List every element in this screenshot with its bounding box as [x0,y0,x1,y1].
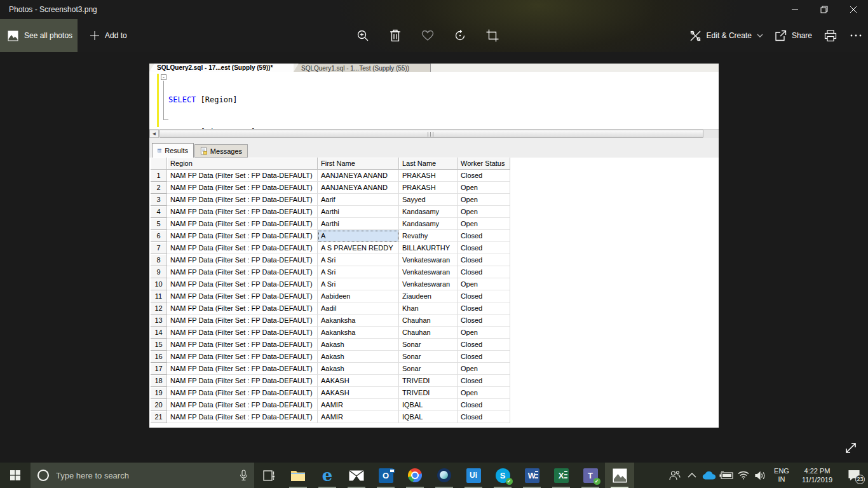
grid-cell-first-name[interactable]: Aakash [318,339,399,351]
row-number-cell[interactable]: 16 [151,351,167,363]
row-number-cell[interactable]: 1 [151,170,167,182]
grid-cell-region[interactable]: NAM FP Data (Filter Set : FP Data-DEFAUL… [167,302,318,315]
grid-cell-worker-status[interactable]: Closed [458,230,510,242]
column-header-worker-status[interactable]: Worker Status [458,158,510,170]
grid-cell-region[interactable]: NAM FP Data (Filter Set : FP Data-DEFAUL… [167,170,318,182]
grid-cell-region[interactable]: NAM FP Data (Filter Set : FP Data-DEFAUL… [167,182,318,194]
grid-cell-worker-status[interactable]: Closed [458,242,510,254]
grid-cell-first-name[interactable]: AANJANEYA ANAND [318,170,399,182]
volume-button[interactable] [752,463,769,488]
action-center-button[interactable]: 23 [840,463,868,488]
grid-cell-region[interactable]: NAM FP Data (Filter Set : FP Data-DEFAUL… [167,194,318,206]
taskbar-app-skype[interactable]: S ✓ [488,463,517,488]
sql-tab-inactive[interactable]: SQLQuery1.sql - 1...Test (Supply (55)) [294,64,431,72]
row-number-cell[interactable]: 10 [151,278,167,290]
scrollbar-thumb[interactable] [159,130,703,138]
see-all-photos-button[interactable]: See all photos [0,19,78,52]
grid-cell-first-name[interactable]: AAMIR [318,399,399,411]
grid-cell-region[interactable]: NAM FP Data (Filter Set : FP Data-DEFAUL… [167,315,318,327]
row-number-cell[interactable]: 3 [151,194,167,206]
scrollbar-left-arrow[interactable]: ◄ [149,130,159,138]
editor-horizontal-scrollbar[interactable]: ◄ [149,129,719,138]
grid-cell-last-name[interactable]: Kandasamy [399,206,458,218]
row-number-cell[interactable]: 21 [151,411,167,423]
favorite-button[interactable] [421,29,435,43]
grid-cell-region[interactable]: NAM FP Data (Filter Set : FP Data-DEFAUL… [167,399,318,411]
clock[interactable]: 4:22 PM 11/1/2019 [794,466,840,484]
row-number-cell[interactable]: 6 [151,230,167,242]
grid-cell-last-name[interactable]: IQBAL [399,411,458,423]
taskbar-app-chrome[interactable] [400,463,430,488]
sql-editor[interactable]: - SELECT [Region] ,[First Name] ,[Last N… [149,72,719,129]
rotate-button[interactable] [453,29,467,43]
hidden-icons-button[interactable] [683,463,700,488]
grid-cell-first-name[interactable]: AANJANEYA ANAND [318,182,399,194]
grid-cell-last-name[interactable]: Venkateswaran [399,266,458,278]
row-number-cell[interactable]: 11 [151,290,167,302]
delete-button[interactable] [388,29,402,43]
grid-cell-last-name[interactable]: PRAKASH [399,182,458,194]
grid-cell-worker-status[interactable]: Open [458,387,510,399]
grid-cell-first-name[interactable]: A S PRAVEEN REDDY [318,242,399,254]
column-header-first-name[interactable]: First Name [318,158,399,170]
row-number-cell[interactable]: 20 [151,399,167,411]
column-header-last-name[interactable]: Last Name [399,158,458,170]
grid-cell-worker-status[interactable]: Closed [458,302,510,315]
grid-cell-worker-status[interactable]: Closed [458,375,510,387]
grid-cell-worker-status[interactable]: Closed [458,290,510,302]
grid-cell-worker-status[interactable]: Open [458,194,510,206]
grid-cell-first-name[interactable]: Aakanksha [318,315,399,327]
taskbar-app-edge[interactable]: e [313,463,342,488]
row-number-cell[interactable]: 4 [151,206,167,218]
grid-cell-last-name[interactable]: Venkateswaran [399,254,458,266]
search-input[interactable] [56,471,233,480]
grid-cell-region[interactable]: NAM FP Data (Filter Set : FP Data-DEFAUL… [167,290,318,302]
grid-cell-region[interactable]: NAM FP Data (Filter Set : FP Data-DEFAUL… [167,375,318,387]
grid-cell-last-name[interactable]: Ziaudeen [399,290,458,302]
row-number-cell[interactable]: 2 [151,182,167,194]
row-number-cell[interactable]: 5 [151,218,167,230]
grid-cell-last-name[interactable]: TRIVEDI [399,387,458,399]
taskbar-search[interactable] [31,463,254,488]
sql-tab-active[interactable]: SQLQuery2.sql - 17...est (Supply (59))* [149,64,294,72]
share-button[interactable]: Share [775,30,812,41]
add-to-button[interactable]: Add to [83,19,135,52]
grid-cell-first-name[interactable]: A Sri [318,254,399,266]
grid-cell-region[interactable]: NAM FP Data (Filter Set : FP Data-DEFAUL… [167,254,318,266]
people-button[interactable] [666,463,683,488]
grid-cell-first-name[interactable]: Aarthi [318,206,399,218]
grid-cell-region[interactable]: NAM FP Data (Filter Set : FP Data-DEFAUL… [167,327,318,339]
row-number-cell[interactable]: 7 [151,242,167,254]
grid-cell-worker-status[interactable]: Open [458,278,510,290]
grid-cell-first-name[interactable]: Aakash [318,351,399,363]
row-number-cell[interactable]: 18 [151,375,167,387]
grid-cell-first-name[interactable]: A Sri [318,266,399,278]
grid-cell-first-name[interactable]: A Sri [318,278,399,290]
row-number-cell[interactable]: 15 [151,339,167,351]
grid-cell-region[interactable]: NAM FP Data (Filter Set : FP Data-DEFAUL… [167,351,318,363]
grid-cell-last-name[interactable]: Sonar [399,351,458,363]
battery-button[interactable] [717,463,735,488]
grid-cell-worker-status[interactable]: Closed [458,266,510,278]
grid-cell-region[interactable]: NAM FP Data (Filter Set : FP Data-DEFAUL… [167,339,318,351]
language-indicator[interactable]: ENG IN [769,467,794,484]
tab-results[interactable]: Results [152,143,194,158]
expand-button[interactable] [840,438,862,458]
grid-cell-last-name[interactable]: Khan [399,302,458,315]
grid-cell-last-name[interactable]: TRIVEDI [399,375,458,387]
task-view-button[interactable] [254,463,283,488]
row-number-cell[interactable]: 13 [151,315,167,327]
grid-corner-cell[interactable] [151,158,167,170]
grid-cell-region[interactable]: NAM FP Data (Filter Set : FP Data-DEFAUL… [167,218,318,230]
grid-cell-region[interactable]: NAM FP Data (Filter Set : FP Data-DEFAUL… [167,206,318,218]
grid-cell-last-name[interactable]: Sayyed [399,194,458,206]
grid-cell-last-name[interactable]: BILLAKURTHY [399,242,458,254]
onedrive-button[interactable] [700,463,717,488]
close-button[interactable] [839,0,868,19]
taskbar-app-photos[interactable] [605,463,634,488]
grid-cell-first-name[interactable]: Aakanksha [318,327,399,339]
crop-button[interactable] [485,29,499,43]
grid-cell-last-name[interactable]: Revathy [399,230,458,242]
grid-cell-first-name[interactable]: Aabideen [318,290,399,302]
taskbar-app-outlook[interactable]: O [371,463,400,488]
